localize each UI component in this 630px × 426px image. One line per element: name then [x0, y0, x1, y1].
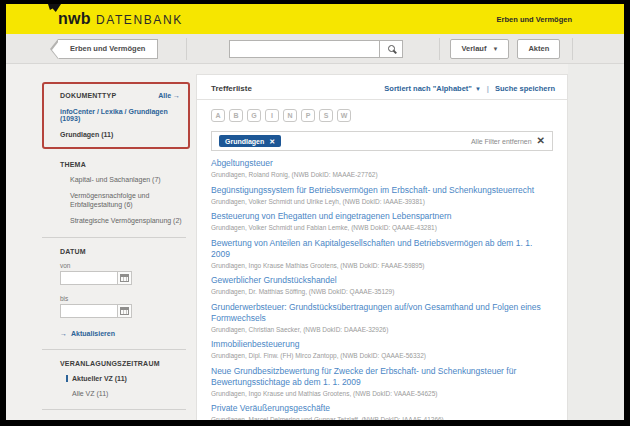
result-meta: Grundlagen, Dipl. Finw. (FH) Mirco Zanto… [211, 351, 553, 360]
verlauf-dropdown-button[interactable]: Verlauf ▼ [450, 39, 509, 59]
date-to-label: bis [60, 295, 184, 302]
date-to-input[interactable] [61, 308, 117, 315]
search-group [229, 40, 403, 58]
logo-text-secondary: DATENBANK [96, 13, 183, 27]
alphabet-letter-button[interactable]: S [319, 109, 333, 122]
result-meta: Grundlagen, Roland Ronig, (NWB DokID: MA… [211, 170, 553, 179]
result-meta: Grundlagen, Volker Schmidt und Ulrike Le… [211, 197, 553, 206]
clear-filters-label: Alle Filter entfernen [471, 138, 532, 145]
sort-dropdown[interactable]: Sortiert nach "Alphabet" ▼ [384, 84, 481, 93]
sort-label: Sortiert nach "Alphabet" [384, 84, 472, 93]
result-list: Abgeltungsteuer Grundlagen, Roland Ronig… [197, 151, 567, 420]
result-item: Grunderwerbsteuer: Grundstücksübertragun… [211, 302, 553, 334]
result-item: Besteuerung von Ehegatten und eingetrage… [211, 211, 553, 232]
date-to-calendar-button[interactable] [117, 305, 131, 317]
close-icon: ✕ [537, 136, 545, 146]
result-title-link[interactable]: Bewertung von Anteilen an Kapitalgesells… [211, 238, 541, 260]
chevron-down-icon: ▼ [492, 46, 498, 52]
active-filter-bar: Grundlagen ✕ Alle Filter entfernen ✕ [211, 131, 553, 151]
result-meta: Grundlagen, Dr. Matthias Söffing, (NWB D… [211, 287, 553, 296]
vz-filter-item-alle[interactable]: Alle VZ (11) [66, 390, 184, 397]
datum-heading: DATUM [60, 248, 184, 255]
clear-all-filters[interactable]: Alle Filter entfernen ✕ [471, 136, 545, 146]
filter-sidebar: DOKUMENTTYP Alle → infoCenter / Lexika /… [6, 64, 196, 420]
close-icon[interactable]: ✕ [269, 138, 275, 145]
results-panel: Trefferliste Sortiert nach "Alphabet" ▼ … [196, 74, 568, 420]
toolbar: Erben und Vermögen Verlauf ▼ Akten [6, 34, 624, 64]
veranlagungszeitraum-section: VERANLAGUNGSZEITRAUM Aktueller VZ (11) A… [60, 360, 184, 397]
dokumenttyp-alle-link[interactable]: Alle → [158, 92, 180, 99]
thema-filter-item[interactable]: Vermögensnachfolge und Erbfallgestaltung… [70, 191, 188, 209]
result-item: Neue Grundbesitzbewertung für Zwecke der… [211, 366, 553, 398]
back-breadcrumb-button[interactable]: Erben und Vermögen [58, 39, 158, 59]
calendar-icon [120, 307, 129, 315]
search-input[interactable] [229, 40, 379, 58]
results-title: Trefferliste [211, 84, 252, 93]
vz-filter-item-aktueller[interactable]: Aktueller VZ (11) [66, 375, 184, 382]
thema-filter-item[interactable]: Strategische Vermögensplanung (2) [70, 216, 188, 225]
dokumenttyp-breadcrumb-link[interactable]: infoCenter / Lexika / Grundlagen (1093) [60, 108, 180, 122]
result-item: Gewerblicher Grundstückshandel Grundlage… [211, 275, 553, 296]
result-title-link[interactable]: Neue Grundbesitzbewertung für Zwecke der… [211, 366, 541, 388]
filter-chip-label: Grundlagen [225, 138, 264, 145]
toolbar-divider [186, 38, 187, 60]
result-title-link[interactable]: Begünstigungssystem für Betriebsvermögen… [211, 185, 541, 196]
calendar-icon [120, 274, 129, 282]
sidebar-divider [42, 349, 186, 350]
verlauf-label: Verlauf [461, 44, 486, 53]
alphabet-letter-button[interactable]: P [301, 109, 315, 122]
alphabet-letter-button[interactable]: N [283, 109, 297, 122]
arrow-right-icon: → [173, 92, 180, 99]
alphabet-filter-row: A B G I N P S W [197, 100, 567, 122]
result-title-link[interactable]: Immobilienbesteuerung [211, 339, 541, 350]
date-from-label: von [60, 262, 184, 269]
links-separator: | [487, 84, 489, 93]
logo-text-primary: nwb [58, 10, 91, 28]
akten-button[interactable]: Akten [517, 39, 560, 59]
alphabet-letter-button[interactable]: B [229, 109, 243, 122]
result-item: Abgeltungsteuer Grundlagen, Roland Ronig… [211, 158, 553, 179]
main-area: DOKUMENTTYP Alle → infoCenter / Lexika /… [6, 64, 624, 420]
module-context-label: Erben und Vermögen [497, 15, 572, 24]
date-to-field [60, 304, 132, 318]
result-title-link[interactable]: Gewerblicher Grundstückshandel [211, 275, 541, 286]
result-meta: Grundlagen, Marcel Delmering und Gunnar … [211, 415, 553, 420]
result-meta: Grundlagen, Christian Saecker, (NWB DokI… [211, 325, 553, 334]
nwb-datenbank-window: nwb DATENBANK Erben und Vermögen Erben u… [6, 4, 624, 420]
result-item: Private Veräußerungsgeschäfte Grundlagen… [211, 403, 553, 420]
date-from-calendar-button[interactable] [117, 272, 131, 284]
result-title-link[interactable]: Besteuerung von Ehegatten und eingetrage… [211, 211, 541, 222]
result-item: Bewertung von Anteilen an Kapitalgesells… [211, 238, 553, 270]
result-item: Begünstigungssystem für Betriebsvermögen… [211, 185, 553, 206]
alle-link-label: Alle [158, 92, 171, 99]
datum-section: DATUM von bis → Aktualisieren [60, 248, 184, 337]
aktualisieren-label: Aktualisieren [71, 330, 115, 337]
dokumenttyp-highlight-box: DOKUMENTTYP Alle → infoCenter / Lexika /… [42, 82, 190, 149]
thema-filter-item[interactable]: Kapital- und Sachanlagen (7) [70, 175, 188, 184]
result-meta: Grundlagen, Ingo Krause und Mathias Groo… [211, 389, 553, 398]
arrow-right-icon: → [60, 330, 67, 337]
toolbar-divider [439, 38, 440, 60]
result-item: Immobilienbesteuerung Grundlagen, Dipl. … [211, 339, 553, 360]
nwb-logo: nwb DATENBANK [58, 10, 183, 28]
result-title-link[interactable]: Abgeltungsteuer [211, 158, 541, 169]
filter-chip-grundlagen[interactable]: Grundlagen ✕ [219, 135, 281, 147]
alphabet-letter-button[interactable]: I [265, 109, 279, 122]
alphabet-letter-button[interactable]: G [247, 109, 261, 122]
save-search-link[interactable]: Suche speichern [495, 84, 555, 93]
result-meta: Grundlagen, Volker Schmidt und Fabian Le… [211, 223, 553, 232]
dokumenttyp-current-filter[interactable]: Grundlagen (11) [60, 131, 180, 138]
aktualisieren-link[interactable]: → Aktualisieren [60, 330, 184, 337]
alphabet-letter-button[interactable]: A [211, 109, 225, 122]
result-title-link[interactable]: Grunderwerbsteuer: Grundstücksübertragun… [211, 302, 541, 324]
chevron-down-icon: ▼ [475, 86, 481, 92]
thema-section: THEMA Kapital- und Sachanlagen (7) Vermö… [60, 161, 184, 225]
result-title-link[interactable]: Private Veräußerungsgeschäfte [211, 403, 541, 414]
result-meta: Grundlagen, Ingo Krause Mathias Grootens… [211, 261, 553, 270]
sidebar-divider [42, 409, 186, 410]
search-button[interactable] [379, 40, 403, 58]
thema-heading: THEMA [60, 161, 184, 168]
date-from-input[interactable] [61, 275, 117, 282]
veranlagungszeitraum-heading: VERANLAGUNGSZEITRAUM [60, 360, 184, 367]
alphabet-letter-button[interactable]: W [337, 109, 351, 122]
